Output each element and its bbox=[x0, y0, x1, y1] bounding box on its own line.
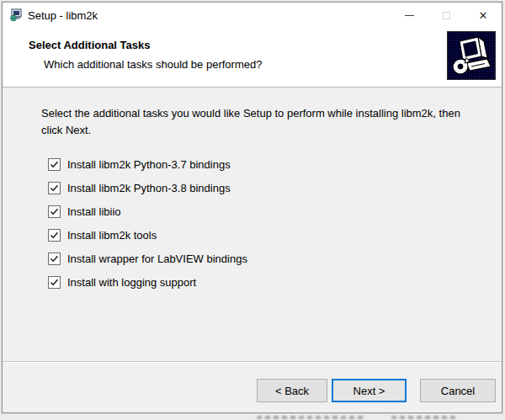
checkbox-python37[interactable] bbox=[48, 158, 61, 171]
installer-app-icon bbox=[9, 8, 23, 22]
blurred-background-text bbox=[257, 416, 366, 419]
task-label[interactable]: Install libm2k Python-3.8 bindings bbox=[67, 182, 231, 194]
task-row[interactable]: Install libiio bbox=[48, 199, 247, 223]
background-strip bbox=[0, 415, 505, 420]
task-label[interactable]: Install libm2k tools bbox=[67, 229, 157, 242]
task-label[interactable]: Install libm2k Python-3.7 bindings bbox=[67, 158, 231, 171]
setup-wizard-window: Setup - libm2k ✕ Select Additional Tasks… bbox=[2, 2, 502, 413]
window-title: Setup - libm2k bbox=[28, 9, 98, 22]
checkbox-libm2k-tools[interactable] bbox=[48, 229, 61, 242]
task-row[interactable]: Install libm2k Python-3.8 bindings bbox=[48, 176, 247, 199]
task-row[interactable]: Install libm2k tools bbox=[48, 223, 247, 247]
blurred-background-text bbox=[391, 416, 459, 419]
minimize-button[interactable] bbox=[391, 3, 428, 28]
minimize-icon bbox=[405, 15, 414, 16]
wizard-footer: < Back Next > Cancel bbox=[3, 361, 502, 412]
page-title: Select Additional Tasks bbox=[29, 39, 151, 51]
checkbox-libiio[interactable] bbox=[48, 205, 61, 218]
setup-computer-icon bbox=[447, 31, 496, 80]
instruction-text: Select the additional tasks you would li… bbox=[41, 105, 472, 139]
checkbox-labview[interactable] bbox=[48, 253, 61, 265]
wizard-header: Select Additional Tasks Which additional… bbox=[3, 28, 502, 88]
title-bar[interactable]: Setup - libm2k ✕ bbox=[3, 3, 502, 28]
cancel-button[interactable]: Cancel bbox=[420, 379, 496, 402]
back-button[interactable]: < Back bbox=[257, 379, 327, 402]
wizard-body: Select the additional tasks you would li… bbox=[3, 88, 502, 360]
task-label[interactable]: Install with logging support bbox=[67, 276, 196, 289]
task-label[interactable]: Install wrapper for LabVIEW bindings bbox=[67, 253, 247, 265]
maximize-button bbox=[428, 3, 465, 28]
next-button[interactable]: Next > bbox=[332, 379, 407, 402]
maximize-icon bbox=[443, 12, 450, 19]
checkbox-logging[interactable] bbox=[48, 276, 61, 289]
task-list: Install libm2k Python-3.7 bindings Insta… bbox=[48, 152, 247, 294]
task-label[interactable]: Install libiio bbox=[67, 205, 121, 218]
close-button[interactable]: ✕ bbox=[465, 3, 502, 28]
task-row[interactable]: Install wrapper for LabVIEW bindings bbox=[48, 247, 247, 270]
page-subtitle: Which additional tasks should be perform… bbox=[44, 58, 262, 71]
close-icon: ✕ bbox=[479, 10, 488, 21]
checkbox-python38[interactable] bbox=[48, 182, 61, 194]
task-row[interactable]: Install with logging support bbox=[48, 270, 247, 294]
task-row[interactable]: Install libm2k Python-3.7 bindings bbox=[48, 152, 247, 176]
